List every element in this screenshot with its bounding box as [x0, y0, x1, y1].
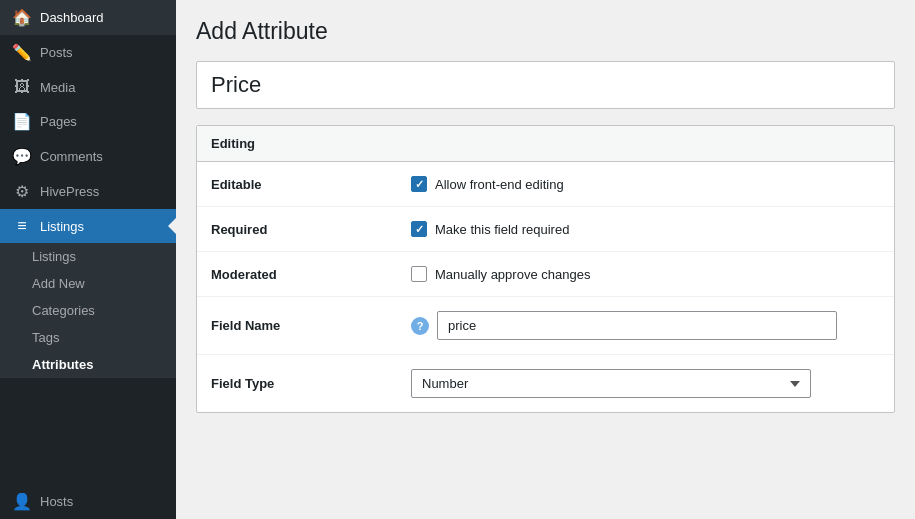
- listings-submenu: Listings Add New Categories Tags Attribu…: [0, 243, 176, 378]
- moderated-checkbox-wrapper[interactable]: Manually approve changes: [411, 266, 590, 282]
- editable-row: Editable Allow front-end editing: [197, 162, 894, 207]
- editable-control: Allow front-end editing: [411, 176, 880, 192]
- field-name-row: Field Name ?: [197, 297, 894, 355]
- editing-section: Editing Editable Allow front-end editing…: [196, 125, 895, 413]
- field-type-label: Field Type: [211, 376, 411, 391]
- sidebar-sub-item-listings[interactable]: Listings: [0, 243, 176, 270]
- sidebar: 🏠 Dashboard ✏️ Posts 🖼 Media 📄 Pages 💬 C…: [0, 0, 176, 519]
- sidebar-item-media[interactable]: 🖼 Media: [0, 70, 176, 104]
- moderated-checkbox-label: Manually approve changes: [435, 267, 590, 282]
- comments-icon: 💬: [12, 147, 32, 166]
- dashboard-icon: 🏠: [12, 8, 32, 27]
- page-title: Add Attribute: [196, 18, 895, 45]
- sidebar-item-listings[interactable]: ≡ Listings: [0, 209, 176, 243]
- sidebar-item-pages[interactable]: 📄 Pages: [0, 104, 176, 139]
- moderated-row: Moderated Manually approve changes: [197, 252, 894, 297]
- field-name-label: Field Name: [211, 318, 411, 333]
- attribute-name-input[interactable]: [197, 62, 894, 108]
- listings-icon: ≡: [12, 217, 32, 235]
- editable-label: Editable: [211, 177, 411, 192]
- sidebar-item-label: Posts: [40, 45, 73, 60]
- sidebar-sub-item-categories[interactable]: Categories: [0, 297, 176, 324]
- required-row: Required Make this field required: [197, 207, 894, 252]
- sidebar-item-label: Media: [40, 80, 75, 95]
- moderated-label: Moderated: [211, 267, 411, 282]
- required-checkbox[interactable]: [411, 221, 427, 237]
- sidebar-item-label: Comments: [40, 149, 103, 164]
- hosts-icon: 👤: [12, 492, 32, 511]
- field-name-help-icon[interactable]: ?: [411, 317, 429, 335]
- sidebar-item-comments[interactable]: 💬 Comments: [0, 139, 176, 174]
- editable-checkbox-wrapper[interactable]: Allow front-end editing: [411, 176, 564, 192]
- sidebar-item-label: Dashboard: [40, 10, 104, 25]
- field-name-control: ?: [411, 311, 880, 340]
- sidebar-item-label: Pages: [40, 114, 77, 129]
- sidebar-item-hosts[interactable]: 👤 Hosts: [0, 484, 176, 519]
- required-control: Make this field required: [411, 221, 880, 237]
- required-checkbox-label: Make this field required: [435, 222, 569, 237]
- field-type-row: Field Type Number Text Select Checkbox U…: [197, 355, 894, 412]
- posts-icon: ✏️: [12, 43, 32, 62]
- sidebar-item-label: Hosts: [40, 494, 73, 509]
- sidebar-item-posts[interactable]: ✏️ Posts: [0, 35, 176, 70]
- required-checkbox-wrapper[interactable]: Make this field required: [411, 221, 569, 237]
- field-name-input[interactable]: [437, 311, 837, 340]
- sidebar-item-label: Listings: [40, 219, 84, 234]
- field-type-select[interactable]: Number Text Select Checkbox URL Date: [411, 369, 811, 398]
- sidebar-item-label: HivePress: [40, 184, 99, 199]
- sidebar-sub-item-add-new[interactable]: Add New: [0, 270, 176, 297]
- required-label: Required: [211, 222, 411, 237]
- main-content: Add Attribute Editing Editable Allow fro…: [176, 0, 915, 519]
- sidebar-item-dashboard[interactable]: 🏠 Dashboard: [0, 0, 176, 35]
- sidebar-sub-item-tags[interactable]: Tags: [0, 324, 176, 351]
- sidebar-sub-item-attributes[interactable]: Attributes: [0, 351, 176, 378]
- field-type-control: Number Text Select Checkbox URL Date: [411, 369, 880, 398]
- hivepress-icon: ⚙: [12, 182, 32, 201]
- moderated-checkbox[interactable]: [411, 266, 427, 282]
- pages-icon: 📄: [12, 112, 32, 131]
- editable-checkbox[interactable]: [411, 176, 427, 192]
- editable-checkbox-label: Allow front-end editing: [435, 177, 564, 192]
- media-icon: 🖼: [12, 78, 32, 96]
- moderated-control: Manually approve changes: [411, 266, 880, 282]
- editing-section-header: Editing: [197, 126, 894, 162]
- sidebar-item-hivepress[interactable]: ⚙ HivePress: [0, 174, 176, 209]
- attribute-name-bar: [196, 61, 895, 109]
